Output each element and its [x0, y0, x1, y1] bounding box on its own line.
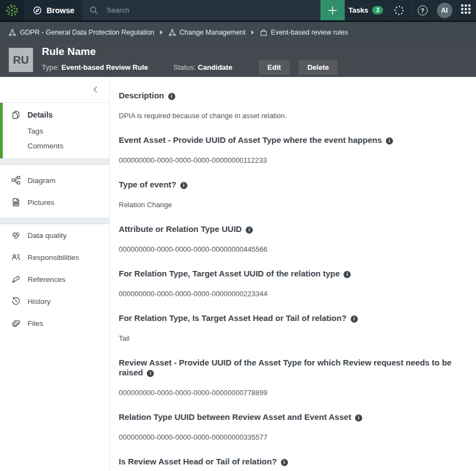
info-icon[interactable] — [281, 459, 288, 466]
info-icon[interactable] — [351, 315, 358, 323]
app-logo[interactable] — [0, 0, 24, 20]
chevron-right-icon — [251, 30, 254, 35]
community-icon — [168, 29, 176, 37]
attribute-section-event-asset-uuid: Event Asset - Provide UUID of Asset Type… — [119, 135, 467, 165]
global-search[interactable] — [82, 0, 320, 20]
attribute-value: Relation Change — [119, 201, 467, 209]
community-icon — [8, 29, 16, 37]
asset-header-main: Rule Name Type:Event-based Review Rule S… — [42, 46, 337, 75]
info-icon[interactable] — [355, 414, 362, 422]
attribute-section-attr-relation-uuid: Attribute or Relation Type UUID 00000000… — [119, 224, 467, 254]
sidebar-item-pictures[interactable]: Pictures — [0, 191, 109, 213]
attribute-heading-text: Event Asset - Provide UUID of Asset Type… — [119, 135, 382, 145]
attribute-heading-text: Relation Type UUID between Review Asset … — [119, 412, 351, 422]
sidebar-item-comments[interactable]: Comments — [3, 138, 109, 153]
attribute-heading-text: Type of event? — [119, 180, 176, 189]
sidebar: Details Tags Comments Dia — [0, 77, 110, 471]
details-icon — [11, 110, 21, 120]
sidebar-group-divider — [0, 158, 109, 165]
attribute-heading-text: For Relation Type, Target Asset UUID of … — [119, 269, 340, 278]
apps-grid-icon — [461, 4, 471, 16]
attribute-heading: Is Review Asset Head or Tail of relation… — [119, 457, 467, 467]
top-navigation-bar: Browse Tasks 3 — [0, 0, 476, 22]
tasks-button[interactable]: Tasks 3 — [345, 0, 386, 20]
search-input[interactable] — [106, 5, 314, 15]
attribute-heading-text: Description — [119, 91, 164, 100]
spinner-icon — [393, 4, 405, 16]
sidebar-group-divider — [0, 218, 109, 224]
apps-menu-button[interactable] — [455, 0, 476, 20]
sidebar-group-details: Details Tags Comments — [0, 103, 109, 158]
attribute-heading: Description — [119, 91, 467, 101]
attribute-heading: Attribute or Relation Type UUID — [119, 224, 467, 234]
help-button[interactable] — [411, 0, 433, 20]
create-button[interactable] — [320, 0, 345, 20]
references-icon — [11, 274, 21, 284]
sidebar-item-tags[interactable]: Tags — [3, 124, 109, 138]
topbar-actions: Tasks 3 AI — [320, 0, 476, 20]
sidebar-item-label: References — [27, 275, 65, 284]
sidebar-item-responsibilities[interactable]: Responsibilities — [0, 246, 109, 268]
attribute-section-event-type: Type of event? Relation Change — [119, 180, 467, 209]
asset-header: RU Rule Name Type:Event-based Review Rul… — [0, 43, 476, 77]
sidebar-item-data-quality[interactable]: Data quality — [0, 224, 109, 246]
data-quality-icon — [11, 230, 21, 240]
sidebar-group-visuals: Diagram Pictures — [0, 165, 109, 218]
sidebar-item-references[interactable]: References — [0, 268, 109, 290]
history-icon — [11, 296, 21, 306]
breadcrumb-item-domain[interactable]: Event-based review rules — [259, 29, 348, 37]
user-menu[interactable]: AI — [433, 0, 455, 20]
chevron-left-icon — [92, 86, 98, 93]
sidebar-item-files[interactable]: Files — [0, 312, 109, 334]
attribute-value: 000000000-0000-0000-0000-00000000445566 — [119, 245, 467, 254]
files-icon — [11, 318, 21, 328]
sidebar-item-label: Responsibilities — [27, 253, 79, 262]
browse-button[interactable]: Browse — [24, 0, 82, 20]
info-icon[interactable] — [147, 370, 154, 377]
info-icon[interactable] — [386, 137, 393, 145]
sidebar-item-label: Data quality — [27, 231, 67, 240]
sidebar-item-history[interactable]: History — [0, 290, 109, 312]
sidebar-group-related: Data quality Responsibilities — [0, 224, 109, 334]
asset-type-avatar: RU — [9, 48, 33, 72]
info-icon[interactable] — [344, 271, 351, 278]
breadcrumb-item-subcommunity[interactable]: Change Management — [168, 29, 246, 37]
attribute-value: DPIA is required because of change in as… — [119, 112, 467, 120]
attribute-section-target-asset-uuid: For Relation Type, Target Asset UUID of … — [119, 269, 467, 298]
browse-label: Browse — [47, 6, 75, 15]
info-icon[interactable] — [246, 226, 253, 234]
domain-icon — [259, 29, 268, 37]
activities-button[interactable] — [386, 0, 411, 20]
compass-icon — [32, 5, 42, 15]
sidebar-item-details[interactable]: Details — [3, 106, 109, 124]
sidebar-item-label: Details — [27, 110, 53, 119]
breadcrumb-label: GDPR - General Data Protection Regulatio… — [20, 29, 154, 36]
attribute-heading: Event Asset - Provide UUID of Asset Type… — [119, 135, 467, 145]
logo-icon — [5, 4, 19, 17]
page-title: Rule Name — [42, 46, 337, 58]
sidebar-item-label: Diagram — [27, 176, 56, 185]
page-body: Details Tags Comments Dia — [0, 77, 476, 471]
collapse-sidebar-button[interactable] — [92, 86, 98, 93]
info-icon[interactable] — [168, 93, 175, 100]
breadcrumb-item-community[interactable]: GDPR - General Data Protection Regulatio… — [8, 29, 154, 37]
sidebar-item-diagram[interactable]: Diagram — [0, 169, 109, 191]
info-icon[interactable] — [180, 182, 187, 189]
asset-attributes-panel: Description DPIA is required because of … — [110, 77, 476, 471]
attribute-value: Tail — [119, 334, 467, 343]
edit-button[interactable]: Edit — [259, 60, 290, 75]
sidebar-item-label: Tags — [27, 127, 43, 135]
attribute-heading: For Relation Type, Target Asset UUID of … — [119, 269, 467, 279]
pictures-icon — [11, 197, 21, 207]
delete-button[interactable]: Delete — [298, 60, 337, 75]
status-value: Candidate — [198, 63, 233, 71]
sidebar-item-label: Comments — [27, 142, 63, 150]
chevron-right-icon — [159, 30, 163, 35]
attribute-heading-text: For Relation Type, Is Target Asset Head … — [119, 313, 347, 323]
attribute-value: 000000000-0000-0000-0000-00000000335577 — [119, 433, 467, 442]
attribute-heading: Type of event? — [119, 180, 467, 190]
attribute-heading-text: Review Asset - Provide UUID of the Asset… — [119, 358, 451, 377]
type-value: Event-based Review Rule — [62, 63, 148, 71]
attribute-section-relation-type-uuid: Relation Type UUID between Review Asset … — [119, 412, 467, 442]
sidebar-item-label: Files — [27, 319, 43, 328]
